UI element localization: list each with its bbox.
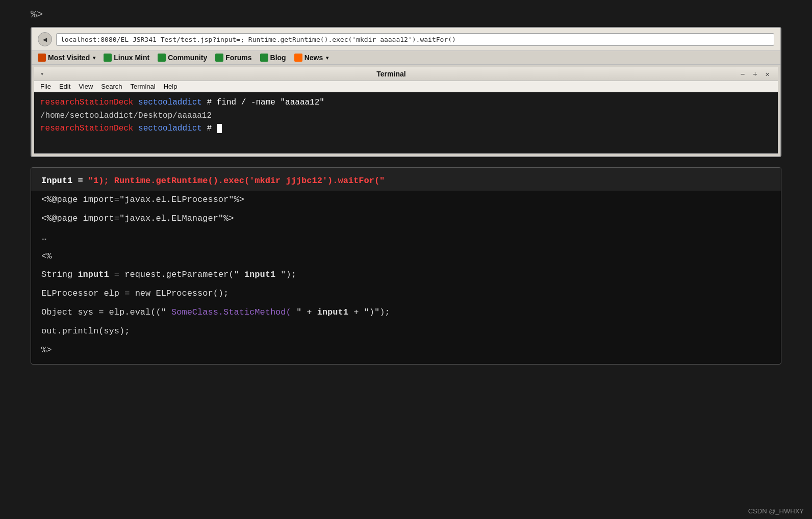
- bookmark-news[interactable]: News ▾: [294, 54, 329, 62]
- bookmark-blog[interactable]: Blog: [260, 54, 286, 62]
- code-text-2: <%@page import="javax.el.ELManager"%>: [41, 214, 234, 223]
- terminal-menu-help[interactable]: Help: [164, 83, 177, 90]
- bookmark-community-label: Community: [168, 54, 207, 62]
- code-block-container: Input1 = "1); Runtime.getRuntime().exec(…: [31, 167, 781, 365]
- bookmark-news-arrow: ▾: [326, 55, 328, 61]
- bookmark-news-label: News: [304, 54, 323, 62]
- terminal-line-3: researchStationDeck sectooladdict #: [40, 122, 772, 136]
- back-arrow-icon: ◀: [43, 35, 47, 43]
- code-line-3: …: [31, 228, 781, 247]
- code-line-6: ELProcessor elp = new ELProcessor();: [31, 284, 781, 303]
- terminal-title: Terminal: [44, 70, 738, 78]
- terminal-menu-search[interactable]: Search: [101, 83, 122, 90]
- code-text-7d: input1: [317, 307, 348, 317]
- bookmark-linuxmint-icon: [104, 54, 112, 62]
- bookmark-community[interactable]: Community: [158, 54, 207, 62]
- bookmark-forums-icon: [215, 54, 223, 62]
- terminal-line-1: researchStationDeck sectooladdict # find…: [40, 96, 772, 110]
- code-text-4: <%: [41, 251, 52, 261]
- terminal-cursor: [217, 124, 222, 133]
- terminal-dropdown-arrow: ▾: [40, 70, 44, 77]
- terminal-output-1: /home/sectooladdict/Desktop/aaaaa12: [40, 111, 212, 120]
- code-line-5: String input1 = request.getParameter(" i…: [31, 266, 781, 284]
- terminal-window: ▾ Terminal − + ✕ File Edit View Search T…: [34, 67, 778, 154]
- browser-window: ◀ localhost:8080/EL-JSR341-Test/test.jsp…: [31, 27, 781, 157]
- code-text-7c: " +: [296, 307, 317, 317]
- terminal-menu-view[interactable]: View: [79, 83, 93, 90]
- terminal-titlebar: ▾ Terminal − + ✕: [34, 67, 778, 81]
- code-text-6: ELProcessor elp = new ELProcessor();: [41, 289, 229, 298]
- terminal-prompt-host-2: researchStationDeck: [40, 124, 133, 133]
- bookmark-community-icon: [158, 54, 166, 62]
- terminal-command-1: find / -name "aaaaa12": [217, 98, 324, 107]
- code-text-7a: Object sys = elp.eval((": [41, 307, 166, 317]
- code-text-1: <%@page import="javax.el.ELProcessor"%>: [41, 195, 244, 204]
- code-text-9: %>: [41, 345, 52, 355]
- top-code-line: %>: [31, 8, 781, 22]
- bookmark-forums-label: Forums: [225, 54, 251, 62]
- terminal-prompt-host-1: researchStationDeck: [40, 98, 133, 107]
- terminal-menu-terminal[interactable]: Terminal: [131, 83, 156, 90]
- code-input1-label: Input1 =: [41, 176, 88, 186]
- browser-back-button[interactable]: ◀: [38, 32, 52, 46]
- terminal-prompt-user-1: sectooladdict: [138, 98, 202, 107]
- code-text-5c: = request.getParameter(": [114, 270, 239, 279]
- code-line-8: out.println(sys);: [31, 322, 781, 341]
- terminal-menu-file[interactable]: File: [40, 83, 51, 90]
- code-text-5b: input1: [78, 270, 109, 279]
- code-text-5e: ");: [281, 270, 296, 279]
- bookmark-blog-label: Blog: [270, 54, 286, 62]
- bookmark-linux-mint[interactable]: Linux Mint: [104, 54, 149, 62]
- code-line-4: <%: [31, 247, 781, 266]
- code-line-2: <%@page import="javax.el.ELManager"%>: [31, 210, 781, 228]
- code-line-input-highlight: Input1 = "1); Runtime.getRuntime().exec(…: [31, 168, 781, 191]
- bookmark-most-visited-label: Most Visited: [48, 54, 90, 62]
- code-text-7b: SomeClass.StaticMethod(: [171, 307, 291, 317]
- terminal-minimize-button[interactable]: −: [739, 70, 747, 78]
- code-text-8: out.println(sys);: [41, 326, 130, 336]
- top-code-section: %>: [0, 0, 812, 27]
- browser-address-input[interactable]: localhost:8080/EL-JSR341-Test/test.jsp?i…: [56, 33, 774, 46]
- code-text-5a: String: [41, 270, 78, 279]
- code-text-3: …: [41, 232, 46, 242]
- terminal-controls: − + ✕: [739, 70, 772, 78]
- terminal-close-button[interactable]: ✕: [764, 70, 772, 78]
- terminal-prompt-hash-2: #: [207, 124, 216, 133]
- terminal-maximize-button[interactable]: +: [751, 70, 759, 78]
- code-line-9: %>: [31, 341, 781, 364]
- bookmark-forums[interactable]: Forums: [215, 54, 251, 62]
- terminal-line-2: /home/sectooladdict/Desktop/aaaaa12: [40, 110, 772, 123]
- bookmark-blog-icon: [260, 54, 268, 62]
- bookmark-rss-icon: [294, 54, 302, 62]
- code-line-7: Object sys = elp.eval((" SomeClass.Stati…: [31, 303, 781, 322]
- bookmark-most-visited[interactable]: Most Visited ▾: [38, 54, 95, 62]
- terminal-content[interactable]: researchStationDeck sectooladdict # find…: [34, 92, 778, 153]
- code-text-7e: + ")");: [353, 307, 390, 317]
- terminal-titlebar-left: ▾: [40, 70, 44, 77]
- code-line-1: <%@page import="javax.el.ELProcessor"%>: [31, 191, 781, 210]
- code-text-5d: input1: [244, 270, 275, 279]
- code-input1-value: "1); Runtime.getRuntime().exec('mkdir jj…: [88, 176, 385, 186]
- browser-addressbar: ◀ localhost:8080/EL-JSR341-Test/test.jsp…: [32, 28, 780, 51]
- terminal-menubar: File Edit View Search Terminal Help: [34, 81, 778, 92]
- watermark: CSDN @_HWHXY: [748, 507, 804, 515]
- bookmarks-bar: Most Visited ▾ Linux Mint Community Foru…: [32, 51, 780, 65]
- terminal-prompt-user-2: sectooladdict: [138, 124, 202, 133]
- bookmark-linux-mint-label: Linux Mint: [114, 54, 149, 62]
- bookmark-orange-icon: [38, 54, 46, 62]
- terminal-menu-edit[interactable]: Edit: [59, 83, 70, 90]
- bookmark-most-visited-arrow: ▾: [93, 55, 95, 61]
- terminal-prompt-hash-1: #: [207, 98, 216, 107]
